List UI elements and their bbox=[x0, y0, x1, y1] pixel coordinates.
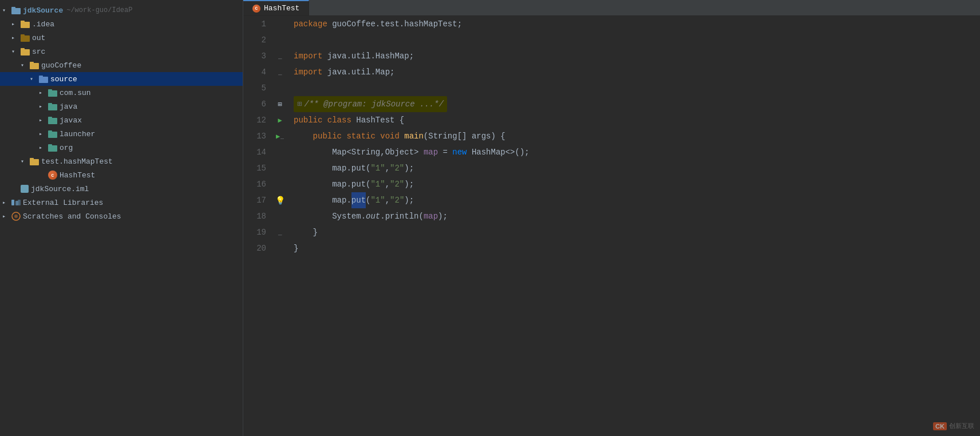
tab-class-icon: C bbox=[252, 5, 260, 13]
svg-rect-7 bbox=[21, 48, 25, 50]
code-line-20: } bbox=[287, 240, 980, 256]
tree-jdkSource-iml[interactable]: jdkSource.iml bbox=[0, 182, 243, 196]
src-label: src bbox=[32, 47, 45, 56]
code-line-14: Map<String,Object> map = new HashMap<>()… bbox=[287, 144, 980, 160]
code-line-4: import java.util.Map; bbox=[287, 64, 980, 80]
tree-launcher[interactable]: launcher bbox=[0, 127, 243, 141]
fold-icon-4[interactable]: ⎯ bbox=[278, 69, 282, 76]
root-arrow bbox=[2, 7, 11, 14]
editor-gutter: ⎯ ⎯ ⊞ ▶ ▶ ⎯ bbox=[273, 16, 287, 436]
src-arrow bbox=[11, 48, 21, 55]
org-arrow bbox=[39, 144, 48, 151]
tree-javax[interactable]: javax bbox=[0, 113, 243, 127]
svg-rect-15 bbox=[48, 103, 52, 105]
scratch-icon bbox=[11, 212, 21, 221]
svg-rect-1 bbox=[11, 7, 15, 9]
code-content[interactable]: package guoCoffee.test.hashMapTest; impo… bbox=[287, 16, 980, 436]
idea-arrow bbox=[11, 21, 21, 27]
tree-root[interactable]: jdkSource ~/work-guo/IdeaP bbox=[0, 3, 243, 17]
org-folder-icon bbox=[48, 144, 57, 152]
launcher-label: launcher bbox=[60, 130, 95, 138]
svg-rect-11 bbox=[39, 76, 43, 78]
tree-com-sun[interactable]: com.sun bbox=[0, 86, 243, 100]
active-tab[interactable]: C HashTest bbox=[243, 0, 309, 15]
code-line-18: System.out.println(map); bbox=[287, 208, 980, 224]
ext-lib-label: External Libraries bbox=[23, 199, 103, 207]
fold-icon-3[interactable]: ⎯ bbox=[278, 53, 282, 60]
run-arrow-12[interactable]: ▶ bbox=[278, 116, 282, 125]
root-label: jdkSource bbox=[23, 6, 63, 15]
HashTest-label: HashTest bbox=[60, 171, 95, 180]
project-sidebar: jdkSource ~/work-guo/IdeaP .idea out bbox=[0, 0, 243, 436]
svg-rect-19 bbox=[48, 130, 52, 133]
test-arrow bbox=[21, 158, 30, 165]
javax-label: javax bbox=[60, 116, 82, 125]
svg-point-28 bbox=[14, 215, 18, 218]
tab-label: HashTest bbox=[264, 4, 299, 13]
java-arrow bbox=[39, 103, 48, 110]
svg-rect-24 bbox=[11, 200, 14, 205]
tree-java[interactable]: java bbox=[0, 100, 243, 113]
tree-scratches-consoles[interactable]: Scratches and Consoles bbox=[0, 209, 243, 223]
svg-rect-17 bbox=[48, 117, 52, 119]
HashTest-class-icon: C bbox=[48, 171, 57, 180]
out-arrow bbox=[11, 34, 21, 41]
fold-icon-6[interactable]: ⊞ bbox=[278, 100, 282, 109]
guoCoffee-arrow bbox=[21, 62, 30, 69]
code-line-15: map.put("1","2"); bbox=[287, 160, 980, 176]
ext-lib-arrow bbox=[2, 199, 11, 206]
javax-arrow bbox=[39, 117, 48, 124]
file-tree: jdkSource ~/work-guo/IdeaP .idea out bbox=[0, 0, 243, 436]
guoCoffee-label: guoCoffee bbox=[41, 61, 81, 70]
tree-external-libraries[interactable]: External Libraries bbox=[0, 196, 243, 209]
watermark-logo: 创新互联 bbox=[949, 422, 974, 430]
tree-out[interactable]: out bbox=[0, 31, 243, 45]
source-label: source bbox=[50, 75, 77, 84]
iml-file-icon bbox=[21, 185, 29, 193]
tree-guoCoffee[interactable]: guoCoffee bbox=[0, 58, 243, 72]
root-path: ~/work-guo/IdeaP bbox=[66, 6, 132, 14]
test-label: test.hashMapTest bbox=[41, 157, 113, 166]
tree-src[interactable]: src bbox=[0, 45, 243, 58]
code-line-13: public static void main(String[] args) { bbox=[287, 128, 980, 144]
watermark: CK 创新互联 bbox=[933, 422, 974, 430]
com-sun-label: com.sun bbox=[60, 89, 91, 97]
svg-rect-23 bbox=[30, 158, 34, 160]
idea-folder-icon bbox=[21, 20, 30, 28]
code-line-1: package guoCoffee.test.hashMapTest; bbox=[287, 16, 980, 32]
code-line-12: public class HashTest { bbox=[287, 112, 980, 128]
code-line-16: map.put("1","2"); bbox=[287, 176, 980, 192]
run-arrow-13[interactable]: ▶ bbox=[276, 132, 280, 141]
out-label: out bbox=[32, 34, 45, 42]
code-line-5 bbox=[287, 80, 980, 96]
svg-rect-13 bbox=[48, 89, 52, 92]
editor-tabs: C HashTest bbox=[243, 0, 980, 16]
code-line-19: } bbox=[287, 224, 980, 240]
line-numbers: 1 2 3 4 5 6 12 13 14 15 16 17 18 19 20 bbox=[243, 16, 273, 436]
iml-label: jdkSource.iml bbox=[31, 185, 89, 193]
com-sun-arrow bbox=[39, 89, 48, 96]
scratch-label: Scratches and Consoles bbox=[23, 212, 121, 221]
fold-icon-19[interactable]: ⎯ bbox=[278, 229, 282, 236]
editor-body: 1 2 3 4 5 6 12 13 14 15 16 17 18 19 20 ⎯ bbox=[243, 16, 980, 436]
javax-folder-icon bbox=[48, 116, 57, 124]
svg-rect-3 bbox=[21, 21, 25, 23]
tree-idea[interactable]: .idea bbox=[0, 17, 243, 31]
code-line-17: map.put("1","2"); bbox=[287, 192, 980, 208]
tree-source[interactable]: source bbox=[0, 72, 243, 86]
source-arrow bbox=[30, 76, 39, 82]
root-folder-icon bbox=[11, 6, 21, 14]
tree-HashTest[interactable]: C HashTest bbox=[0, 168, 243, 182]
svg-rect-9 bbox=[30, 62, 34, 64]
tree-org[interactable]: org bbox=[0, 141, 243, 154]
out-folder-icon bbox=[21, 34, 30, 42]
code-line-6: ⊞/** @program: jdkSource ...*/ bbox=[287, 96, 980, 112]
java-label: java bbox=[60, 102, 77, 111]
launcher-arrow bbox=[39, 130, 48, 137]
org-label: org bbox=[60, 144, 73, 152]
lightbulb-17[interactable]: 💡 bbox=[275, 196, 285, 205]
tree-test-hashMapTest[interactable]: test.hashMapTest bbox=[0, 154, 243, 168]
watermark-brand: CK bbox=[933, 422, 947, 430]
fold-icon-13[interactable]: ⎯ bbox=[280, 133, 284, 140]
svg-rect-26 bbox=[18, 200, 21, 205]
